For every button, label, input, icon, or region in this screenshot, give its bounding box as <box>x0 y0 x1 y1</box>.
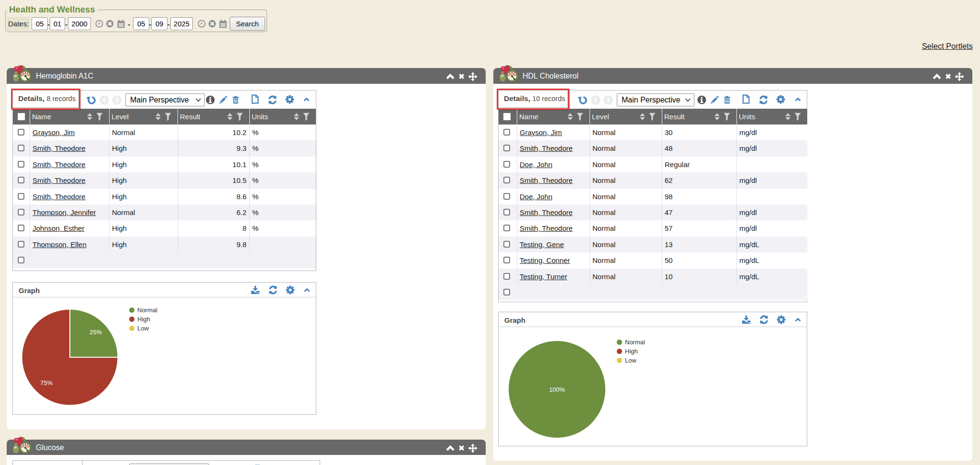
svg-text:100%: 100% <box>549 386 565 393</box>
svg-text:75%: 75% <box>40 379 53 386</box>
svg-text:25%: 25% <box>89 329 102 336</box>
